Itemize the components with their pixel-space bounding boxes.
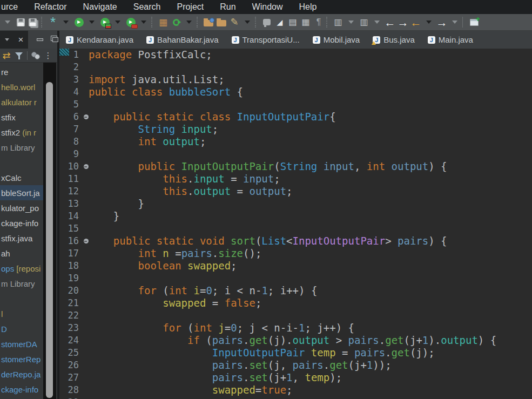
next-edit-caret[interactable] xyxy=(449,15,461,29)
last-edit-caret xyxy=(426,21,432,24)
code-line-27: 27 pairs.set(j+1, temp); xyxy=(59,371,532,384)
code-text: swapped=true; xyxy=(82,384,293,396)
run-caret[interactable] xyxy=(86,15,98,29)
last-edit-caret[interactable] xyxy=(423,15,435,29)
run-project-button[interactable]: ▶ xyxy=(73,15,85,29)
line-number: 19 xyxy=(59,272,82,285)
tab-label: Main.java xyxy=(439,35,473,44)
toolbar-separator xyxy=(255,17,259,28)
copy-pages-button: ▤ xyxy=(288,18,297,26)
more-icon[interactable]: ⋮ xyxy=(44,50,52,62)
jump-list-button[interactable]: ▥ xyxy=(332,15,344,29)
save-button xyxy=(17,18,25,26)
editor-tab-bar: JKendaraan.javaJBahanBakar.javaJTranspor… xyxy=(59,31,532,49)
report-button[interactable] xyxy=(261,15,273,29)
code-editor[interactable]: 1package PostfixCalc;23import java.util.… xyxy=(59,49,532,399)
line-number: 8 xyxy=(59,136,82,148)
toolbar-overflow-caret[interactable] xyxy=(2,15,14,29)
filter-icon[interactable] xyxy=(15,50,23,62)
line-number: 16 xyxy=(59,235,82,247)
hint-caret[interactable] xyxy=(60,15,72,29)
code-text: this.input = input; xyxy=(82,173,280,185)
menu-item-urce[interactable]: urce xyxy=(0,0,26,14)
open-project-button[interactable] xyxy=(203,15,214,29)
menu-item-run[interactable]: Run xyxy=(212,0,244,14)
tab-bahanbakar-java[interactable]: JBahanBakar.java xyxy=(140,31,225,49)
code-text: for (int i=0; i < n-1; i++) { xyxy=(82,285,317,297)
forward-button[interactable]: → xyxy=(397,15,409,29)
code-text xyxy=(82,309,89,322)
code-line-19: 19 xyxy=(59,272,532,285)
sidebar-scrollbar-thumb[interactable] xyxy=(46,82,53,398)
save-button[interactable] xyxy=(15,15,26,29)
next-edit-button: → xyxy=(436,17,448,28)
editor-column: JKendaraan.javaJBahanBakar.javaJTranspor… xyxy=(59,31,532,399)
sync-icon[interactable]: ⇄ xyxy=(2,50,11,62)
menu-item-window[interactable]: Window xyxy=(244,0,291,14)
sidebar-scrollbar[interactable] xyxy=(43,63,56,399)
back-button[interactable]: ← xyxy=(384,15,396,29)
fold-toggle-icon[interactable] xyxy=(84,164,89,169)
hint-icon[interactable]: * xyxy=(47,15,59,29)
open-file-button[interactable] xyxy=(216,15,227,29)
grid-view-button[interactable]: ▦ xyxy=(300,15,312,29)
line-number: 7 xyxy=(59,123,82,136)
jump-list2-caret[interactable] xyxy=(371,15,383,29)
restore-icon[interactable] xyxy=(51,36,57,41)
clean-build-button[interactable] xyxy=(170,15,182,29)
tree-item-label: derRepo.ja xyxy=(1,370,41,379)
profile-project-button[interactable]: ▶ xyxy=(125,15,137,29)
debug-caret[interactable] xyxy=(112,15,124,29)
profile-caret[interactable] xyxy=(138,15,150,29)
tree-item[interactable]: bbleSort.ja xyxy=(0,185,43,200)
sidebar-window-controls: × xyxy=(0,31,28,49)
menu-item-refactor[interactable]: Refactor xyxy=(26,0,75,14)
code-line-24: 24 if (pairs.get(j).output > pairs.get(j… xyxy=(59,334,532,347)
fold-toggle-icon[interactable] xyxy=(84,239,89,244)
members-icon[interactable] xyxy=(31,50,40,62)
edit-caret[interactable] xyxy=(241,15,253,29)
jump-list2-button[interactable]: ▥ xyxy=(358,15,370,29)
line-number: 15 xyxy=(59,222,82,235)
new-window-button[interactable] xyxy=(468,15,480,29)
sidebar-menu-caret-icon[interactable] xyxy=(5,38,9,41)
debug-project-button[interactable]: ▶ xyxy=(99,15,111,29)
tab-bus-java[interactable]: JBus.java xyxy=(366,31,421,49)
edit-caret xyxy=(245,21,250,24)
menu-item-search[interactable]: Search xyxy=(125,0,169,14)
minimize-icon[interactable] xyxy=(37,38,43,41)
code-line-13: 13 } xyxy=(59,198,532,210)
edit-pen-button[interactable]: ✎ xyxy=(228,15,240,29)
tab-kendaraan-java[interactable]: JKendaraan.java xyxy=(59,31,140,49)
tree-item-label: stomerDA xyxy=(1,340,37,349)
code-text xyxy=(82,61,89,73)
build-project-button[interactable]: ▦ xyxy=(157,15,169,29)
save-all-button[interactable] xyxy=(28,15,39,29)
tab-main-java[interactable]: JMain.java xyxy=(421,31,480,49)
pilcrow-button[interactable]: ¶ xyxy=(313,15,325,29)
line-number: 17 xyxy=(59,247,82,260)
menu-item-project[interactable]: Project xyxy=(169,0,212,14)
filter-icon xyxy=(15,52,23,59)
tree-item-label: m Library xyxy=(1,279,35,288)
toolbar-separator xyxy=(326,17,331,28)
copy-pages-button[interactable]: ▤ xyxy=(287,15,299,29)
code-text: this.output = output; xyxy=(82,185,293,198)
code-line-26: 26 pairs.set(j, pairs.get(j+1)); xyxy=(59,359,532,371)
fold-toggle-icon[interactable] xyxy=(84,114,89,119)
tab-transportasiu-[interactable]: JTransportasiU... xyxy=(225,31,306,49)
last-edit-button[interactable]: ← xyxy=(410,15,422,29)
tab-mobil-java[interactable]: JMobil.java xyxy=(306,31,367,49)
menu-item-navigate[interactable]: Navigate xyxy=(75,0,125,14)
run-project-button: ▶ xyxy=(75,18,84,27)
java-file-icon: J xyxy=(146,36,154,44)
menu-item-help[interactable]: Help xyxy=(291,0,325,14)
code-text xyxy=(82,148,89,160)
page-button[interactable]: ◢ xyxy=(274,15,286,29)
jump-list-caret[interactable] xyxy=(345,15,357,29)
code-line-14: 14 } xyxy=(59,210,532,222)
code-line-3: 3import java.util.List; xyxy=(59,73,532,86)
next-edit-button[interactable]: → xyxy=(436,15,448,29)
close-icon[interactable]: × xyxy=(18,35,24,44)
clean-build-caret[interactable] xyxy=(183,15,195,29)
